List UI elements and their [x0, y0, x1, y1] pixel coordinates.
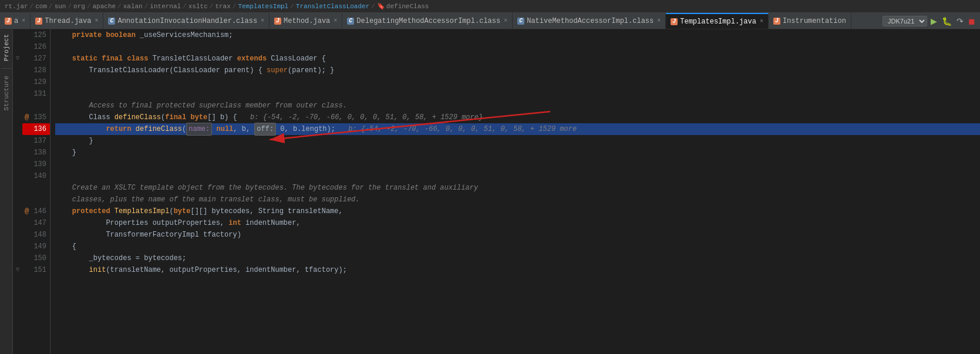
code-line-138: } [55, 147, 980, 159]
line-numbers: 125 126 127 128 129 131 135 136 137 138 … [22, 29, 50, 354]
code-line-137: } [55, 135, 980, 147]
code-line-doc2: classes, plus the name of the main trans… [55, 194, 980, 205]
breadcrumb: rt.jar / com / sun / org / apache / xala… [5, 2, 429, 10]
code-line-149: { [55, 241, 980, 252]
java-icon: J [773, 18, 780, 25]
run-button[interactable]: ▶ [930, 16, 938, 26]
line-num-150: 150 [22, 252, 50, 264]
tab-label: DelegatingMethodAccessorImpl.class [356, 17, 500, 25]
code-lines: private boolean _useServicesMechanism; s… [50, 29, 980, 354]
code-line-131 [55, 88, 980, 100]
line-num-139: 139 [22, 159, 50, 170]
code-editor: ▽ ▽ 125 126 127 128 129 131 135 136 137 … [13, 29, 980, 354]
code-area: ▽ ▽ 125 126 127 128 129 131 135 136 137 … [13, 29, 980, 354]
close-icon[interactable]: × [261, 18, 264, 24]
tab-native[interactable]: C NativeMethodAccessorImpl.class × [513, 13, 666, 29]
tab-delegating[interactable]: C DelegatingMethodAccessorImpl.class × [342, 13, 513, 29]
main-area: Project Structure ▽ ▽ 125 126 [0, 29, 980, 354]
breadcrumb-bar: rt.jar / com / sun / org / apache / xala… [0, 0, 980, 13]
code-line-128: TransletClassLoader(ClassLoader parent) … [55, 65, 980, 76]
tab-label: Method.java [284, 17, 330, 25]
code-line-doc1: Create an XSLTC template object from the… [55, 182, 980, 194]
code-line-139 [55, 159, 980, 170]
tab-label: Thread.java [45, 17, 91, 25]
stop-button[interactable]: ◼ [967, 16, 976, 26]
line-num-135: 135 [22, 112, 50, 123]
tab-a[interactable]: J a × [0, 13, 31, 29]
line-num-127: 127 [22, 53, 50, 65]
line-num-empty [22, 100, 50, 112]
code-line-150: _bytecodes = bytecodes; [55, 252, 980, 264]
tab-templates[interactable]: J TemplatesImpl.java × [666, 13, 769, 29]
debug-button[interactable]: 🐛 [941, 16, 953, 26]
code-line-125: private boolean _useServicesMechanism; [55, 29, 980, 41]
class-icon: C [517, 18, 524, 25]
tab-annotation[interactable]: C AnnotationInvocationHandler.class × [103, 13, 270, 29]
close-icon[interactable]: × [22, 18, 25, 24]
line-num-129: 129 [22, 76, 50, 88]
java-icon: J [35, 18, 42, 25]
line-num-doc1 [22, 182, 50, 194]
fold-149[interactable]: ▽ [13, 264, 22, 276]
code-line-151: init(transletName, outputProperties, ind… [55, 264, 980, 276]
line-num-125: 125 [22, 29, 50, 41]
close-icon[interactable]: × [95, 18, 98, 24]
line-num-126: 126 [22, 41, 50, 53]
line-num-136: 136 [22, 123, 50, 135]
close-icon[interactable]: × [334, 18, 337, 24]
sidebar-item-project[interactable]: Project [2, 32, 11, 63]
java-icon: J [274, 18, 281, 25]
line-num-131: 131 [22, 88, 50, 100]
line-num-147: 147 [22, 217, 50, 229]
tab-label: a [14, 17, 18, 25]
tab-label: AnnotationInvocationHandler.class [117, 17, 257, 25]
code-line-146: protected TemplatesImpl(byte[][] bytecod… [55, 205, 980, 217]
fold-gutter: ▽ ▽ [13, 29, 22, 354]
code-line-127: static final class TransletClassLoader e… [55, 53, 980, 65]
close-icon[interactable]: × [760, 18, 763, 25]
close-icon[interactable]: × [504, 18, 507, 24]
class-icon: C [108, 18, 115, 25]
tab-instrumentation[interactable]: J Instrumentation [769, 13, 851, 29]
java-icon: J [5, 18, 12, 25]
code-line-129 [55, 76, 980, 88]
tab-label: NativeMethodAccessorImpl.class [527, 17, 654, 25]
top-right-actions: JDK7u21 JDK8 ▶ 🐛 ↷ ◼ [879, 13, 980, 29]
sidebar-item-structure[interactable]: Structure [2, 73, 11, 113]
code-line-126 [55, 41, 980, 53]
fold-127[interactable]: ▽ [13, 53, 22, 65]
tab-method[interactable]: J Method.java × [270, 13, 342, 29]
code-line-140 [55, 170, 980, 182]
code-line-148: TransformerFactoryImpl tfactory) [55, 229, 980, 241]
line-num-148: 148 [22, 229, 50, 241]
tabs-bar: J a × J Thread.java × C AnnotationInvoca… [0, 13, 980, 29]
java-icon: J [671, 18, 678, 25]
code-line-147: Properties outputProperties, int indentN… [55, 217, 980, 229]
close-icon[interactable]: × [657, 18, 661, 24]
left-sidebar: Project Structure [0, 29, 13, 354]
line-num-151: 151 [22, 264, 50, 276]
line-num-149: 149 [22, 241, 50, 252]
line-num-140: 140 [22, 170, 50, 182]
code-line-doc-outer: Access to final protected superclass mem… [55, 100, 980, 112]
line-num-doc2 [22, 194, 50, 205]
jdk-selector[interactable]: JDK7u21 JDK8 [883, 16, 927, 26]
tab-thread[interactable]: J Thread.java × [31, 13, 103, 29]
tab-label: Instrumentation [783, 17, 846, 25]
line-num-128: 128 [22, 65, 50, 76]
line-num-137: 137 [22, 135, 50, 147]
tab-label: TemplatesImpl.java [680, 18, 756, 26]
code-line-135: Class defineClass(final byte[] b) { b: {… [55, 112, 980, 123]
code-line-136: return defineClass(name: null, b, off: 0… [55, 123, 980, 135]
class-icon: C [347, 18, 354, 25]
line-num-138: 138 [22, 147, 50, 159]
line-num-146: 146 [22, 205, 50, 217]
step-over-button[interactable]: ↷ [955, 16, 965, 26]
